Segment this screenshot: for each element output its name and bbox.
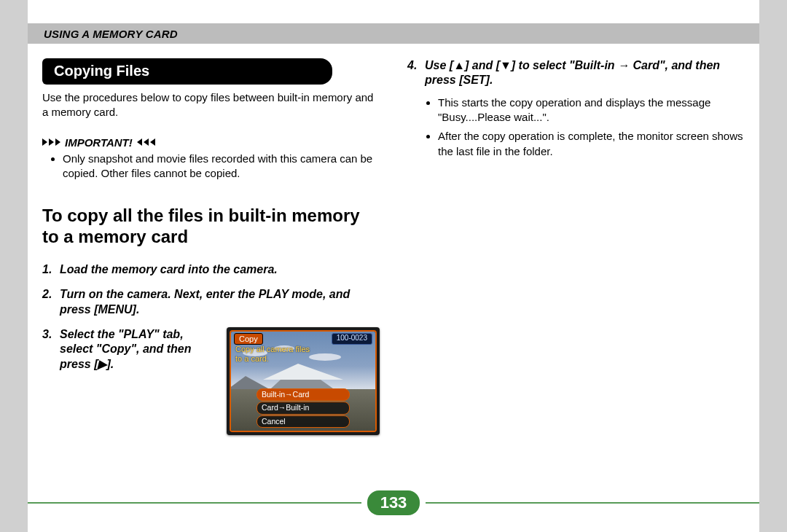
step-4-bullet-1: This starts the copy operation and displ… [438, 95, 745, 125]
cam-caption-line2: to a card. [235, 354, 310, 364]
step-1: Load the memory card into the camera. [42, 262, 380, 277]
cam-menu-opt-card-builtin: Card→Built-in [257, 402, 350, 414]
important-block: IMPORTANT! Only snapshot and movie files… [42, 136, 380, 181]
step-3: Select the "PLAY" tab, select "Copy", an… [42, 327, 380, 435]
section-title-pill: Copying Files [42, 58, 332, 85]
arrow-left-icon [137, 138, 155, 146]
important-bullets: Only snapshot and movie files recorded w… [50, 152, 380, 181]
cam-caption: Copy all camera files to a card. [235, 345, 310, 363]
step-2: Turn on the camera. Next, enter the PLAY… [42, 287, 380, 317]
important-label: IMPORTANT! [42, 136, 380, 149]
right-column: 4. Use [▲] and [▼] to select "Built-in →… [407, 58, 745, 481]
step-4: 4. Use [▲] and [▼] to select "Built-in →… [407, 58, 745, 88]
content-columns: Copying Files Use the procedures below t… [42, 58, 745, 481]
footer-rule-right [426, 502, 759, 504]
step-4-bullet-2: After the copy operation is complete, th… [438, 129, 745, 159]
intro-text: Use the procedures below to copy files b… [42, 90, 380, 120]
section-title-text: Copying Files [54, 63, 149, 79]
cam-file-id: 100-0023 [332, 333, 372, 345]
procedure-heading: To copy all the files in built-in memory… [42, 206, 380, 248]
important-bullet-1: Only snapshot and movie files recorded w… [63, 152, 380, 181]
camera-screenshot: Copy 100-0023 Copy all camera files to a… [227, 327, 380, 435]
cam-title-tag: Copy [234, 333, 263, 345]
step-2-text: Turn on the camera. Next, enter the PLAY… [60, 287, 380, 317]
step-4-text: Use [▲] and [▼] to select "Built-in → Ca… [425, 58, 745, 88]
page-canvas: USING A MEMORY CARD Copying Files Use th… [0, 0, 787, 532]
cam-menu: Built-in→Card Card→Built-in Cancel [257, 388, 350, 428]
cam-menu-opt-cancel: Cancel [257, 415, 350, 428]
page-number-badge: 133 [367, 490, 420, 515]
page-footer: 133 [28, 491, 759, 515]
section-header-text: USING A MEMORY CARD [44, 28, 178, 40]
arrow-right-icon [42, 138, 60, 146]
cam-caption-line1: Copy all camera files [235, 345, 310, 354]
footer-rule-left [28, 502, 361, 504]
left-column: Copying Files Use the procedures below t… [42, 58, 380, 481]
important-label-text: IMPORTANT! [65, 136, 133, 149]
step-4-details: This starts the copy operation and displ… [407, 95, 745, 159]
step-1-text: Load the memory card into the camera. [60, 262, 380, 277]
step-3-text: Select the "PLAY" tab, select "Copy", an… [60, 327, 218, 372]
cam-menu-opt-builtin-card: Built-in→Card [257, 388, 350, 401]
procedure-steps: Load the memory card into the camera. Tu… [42, 262, 380, 435]
section-header: USING A MEMORY CARD [28, 23, 759, 44]
step-4-number: 4. [407, 58, 425, 88]
page-sheet: USING A MEMORY CARD Copying Files Use th… [28, 0, 759, 532]
